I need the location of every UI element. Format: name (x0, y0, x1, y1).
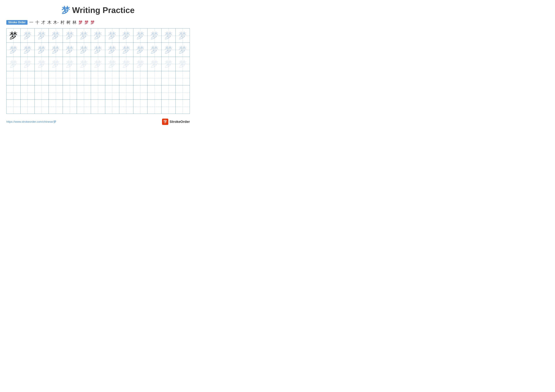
grid-row-3: 梦 梦 梦 梦 梦 梦 梦 梦 梦 梦 梦 梦 梦 (7, 57, 190, 71)
grid-cell-1-1[interactable]: 梦 (7, 29, 21, 43)
grid-cell-5-9[interactable] (119, 86, 133, 100)
stroke-step-5: 木- (53, 20, 59, 25)
grid-cell-4-8[interactable] (105, 71, 119, 85)
stroke-order-badge: Stroke Order (6, 20, 28, 25)
grid-cell-1-6[interactable]: 梦 (77, 29, 91, 43)
grid-cell-6-1[interactable] (7, 100, 21, 114)
grid-cell-4-6[interactable] (77, 71, 91, 85)
grid-cell-2-3[interactable]: 梦 (35, 43, 49, 57)
grid-cell-3-8[interactable]: 梦 (105, 57, 119, 71)
grid-cell-5-4[interactable] (49, 86, 63, 100)
stroke-step-4: 木 (47, 20, 51, 25)
grid-cell-6-4[interactable] (49, 100, 63, 114)
grid-cell-5-12[interactable] (161, 86, 175, 100)
grid-cell-5-6[interactable] (77, 86, 91, 100)
grid-cell-3-3[interactable]: 梦 (35, 57, 49, 71)
grid-cell-2-13[interactable]: 梦 (175, 43, 190, 57)
stroke-step-8: 林 (72, 20, 77, 25)
grid-cell-6-11[interactable] (147, 100, 161, 114)
title-english: Writing Practice (70, 6, 134, 15)
grid-cell-4-7[interactable] (91, 71, 105, 85)
grid-cell-5-11[interactable] (147, 86, 161, 100)
grid-cell-5-2[interactable] (21, 86, 35, 100)
grid-row-2: 梦 梦 梦 梦 梦 梦 梦 梦 梦 梦 梦 梦 梦 (7, 43, 190, 57)
grid-cell-6-7[interactable] (91, 100, 105, 114)
grid-cell-1-11[interactable]: 梦 (147, 29, 161, 43)
grid-cell-5-1[interactable] (7, 86, 21, 100)
grid-row-1: 梦 梦 梦 梦 梦 梦 梦 梦 梦 梦 梦 梦 梦 (7, 29, 190, 43)
grid-cell-2-2[interactable]: 梦 (21, 43, 35, 57)
grid-cell-1-5[interactable]: 梦 (63, 29, 77, 43)
grid-row-6 (7, 100, 190, 114)
grid-cell-1-8[interactable]: 梦 (105, 29, 119, 43)
grid-cell-3-4[interactable]: 梦 (49, 57, 63, 71)
grid-cell-1-3[interactable]: 梦 (35, 29, 49, 43)
grid-cell-3-5[interactable]: 梦 (63, 57, 77, 71)
brand-icon: 字 (162, 119, 168, 125)
grid-cell-4-10[interactable] (133, 71, 147, 85)
grid-cell-4-12[interactable] (161, 71, 175, 85)
grid-cell-2-4[interactable]: 梦 (49, 43, 63, 57)
grid-cell-1-12[interactable]: 梦 (161, 29, 175, 43)
grid-cell-3-7[interactable]: 梦 (91, 57, 105, 71)
grid-cell-1-2[interactable]: 梦 (21, 29, 35, 43)
grid-cell-5-5[interactable] (63, 86, 77, 100)
grid-cell-3-1[interactable]: 梦 (7, 57, 21, 71)
grid-cell-4-4[interactable] (49, 71, 63, 85)
grid-cell-2-11[interactable]: 梦 (147, 43, 161, 57)
grid-cell-2-8[interactable]: 梦 (105, 43, 119, 57)
stroke-step-3: 才 (41, 20, 45, 25)
grid-cell-6-3[interactable] (35, 100, 49, 114)
grid-cell-4-3[interactable] (35, 71, 49, 85)
grid-cell-4-1[interactable] (7, 71, 21, 85)
footer-url: https://www.strokeorder.com/chinese/梦 (6, 120, 56, 124)
grid-cell-5-7[interactable] (91, 86, 105, 100)
grid-cell-3-13[interactable]: 梦 (175, 57, 190, 71)
title-chinese: 梦 (62, 6, 70, 15)
grid-cell-6-10[interactable] (133, 100, 147, 114)
grid-cell-2-9[interactable]: 梦 (119, 43, 133, 57)
grid-cell-6-8[interactable] (105, 100, 119, 114)
grid-cell-5-10[interactable] (133, 86, 147, 100)
grid-cell-4-2[interactable] (21, 71, 35, 85)
grid-cell-4-5[interactable] (63, 71, 77, 85)
stroke-order-row: Stroke Order 一 十 才 木 木- 村 树 林 梦 梦 梦 (6, 20, 190, 25)
grid-cell-1-7[interactable]: 梦 (91, 29, 105, 43)
char-dark: 梦 (9, 31, 18, 40)
stroke-step-2: 十 (35, 20, 40, 25)
grid-cell-3-10[interactable]: 梦 (133, 57, 147, 71)
grid-row-4 (7, 71, 190, 85)
grid-cell-5-3[interactable] (35, 86, 49, 100)
grid-cell-6-9[interactable] (119, 100, 133, 114)
grid-cell-6-5[interactable] (63, 100, 77, 114)
grid-cell-2-12[interactable]: 梦 (161, 43, 175, 57)
stroke-step-1: 一 (29, 20, 34, 25)
grid-cell-3-2[interactable]: 梦 (21, 57, 35, 71)
grid-cell-3-6[interactable]: 梦 (77, 57, 91, 71)
stroke-step-11: 梦 (90, 20, 95, 25)
grid-cell-5-8[interactable] (105, 86, 119, 100)
grid-cell-3-9[interactable]: 梦 (119, 57, 133, 71)
grid-cell-2-10[interactable]: 梦 (133, 43, 147, 57)
grid-cell-4-13[interactable] (175, 71, 190, 85)
grid-cell-5-13[interactable] (175, 86, 190, 100)
grid-cell-4-9[interactable] (119, 71, 133, 85)
grid-cell-6-13[interactable] (175, 100, 190, 114)
grid-cell-2-1[interactable]: 梦 (7, 43, 21, 57)
grid-cell-1-4[interactable]: 梦 (49, 29, 63, 43)
grid-cell-6-6[interactable] (77, 100, 91, 114)
grid-cell-2-6[interactable]: 梦 (77, 43, 91, 57)
grid-cell-4-11[interactable] (147, 71, 161, 85)
grid-row-5 (7, 85, 190, 100)
grid-cell-1-13[interactable]: 梦 (175, 29, 190, 43)
grid-cell-2-5[interactable]: 梦 (63, 43, 77, 57)
stroke-step-7: 树 (66, 20, 71, 25)
grid-cell-3-12[interactable]: 梦 (161, 57, 175, 71)
grid-cell-1-9[interactable]: 梦 (119, 29, 133, 43)
grid-cell-3-11[interactable]: 梦 (147, 57, 161, 71)
grid-cell-1-10[interactable]: 梦 (133, 29, 147, 43)
grid-cell-2-7[interactable]: 梦 (91, 43, 105, 57)
footer: https://www.strokeorder.com/chinese/梦 字 … (6, 119, 190, 125)
grid-cell-6-2[interactable] (21, 100, 35, 114)
grid-cell-6-12[interactable] (161, 100, 175, 114)
